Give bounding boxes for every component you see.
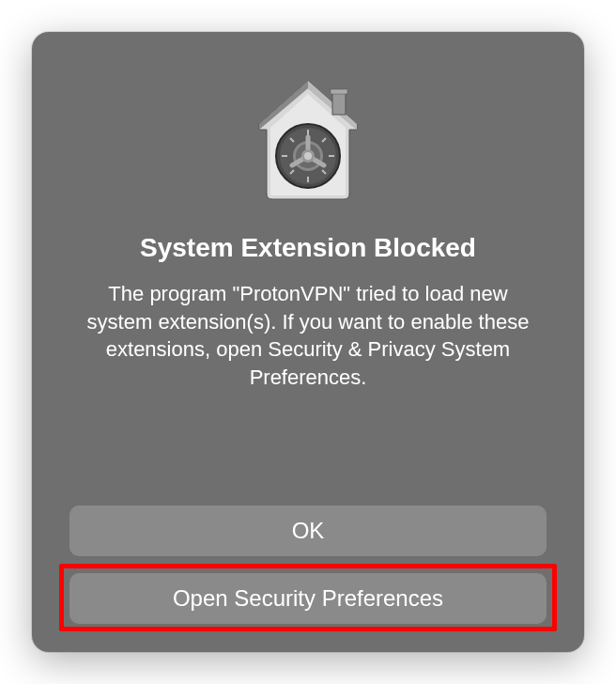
button-stack: OK Open Security Preferences: [69, 505, 547, 624]
dialog-title: System Extension Blocked: [140, 233, 476, 263]
security-gatekeeper-icon: [242, 73, 374, 205]
svg-point-18: [304, 152, 312, 160]
system-extension-blocked-dialog: System Extension Blocked The program "Pr…: [32, 32, 584, 652]
svg-rect-0: [332, 92, 346, 115]
svg-rect-1: [331, 89, 347, 94]
dialog-message: The program "ProtonVPN" tried to load ne…: [69, 280, 547, 392]
open-security-preferences-button[interactable]: Open Security Preferences: [69, 573, 547, 624]
ok-button[interactable]: OK: [69, 505, 547, 556]
